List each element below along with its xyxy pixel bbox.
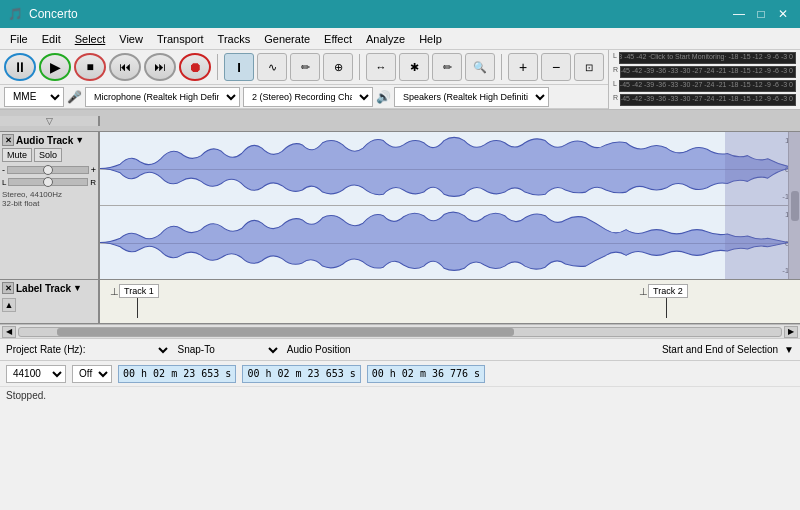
menu-file[interactable]: File	[4, 31, 34, 47]
snap-to-label-text: Snap-To	[177, 344, 214, 355]
audio-position-value: 00 h 02 m 23 653 s	[123, 368, 231, 379]
devicebar: MME 🎤 Microphone (Realtek High Defini 2 …	[0, 85, 608, 109]
selection-end-value: 00 h 02 m 36 776 s	[372, 368, 480, 379]
vol-plus: +	[91, 165, 96, 175]
record-button[interactable]: ⏺	[179, 53, 211, 81]
label-track-up-arrow[interactable]: ▲	[2, 298, 16, 312]
menubar: File Edit Select View Transport Tracks G…	[0, 28, 800, 50]
vol-minus: -	[2, 165, 5, 175]
waveform-top	[100, 132, 788, 205]
pan-l: L	[2, 178, 6, 187]
scroll-left-btn[interactable]: ◀	[2, 326, 16, 338]
label-marker-track1[interactable]: ⊥ Track 1	[110, 284, 159, 318]
menu-transport[interactable]: Transport	[151, 31, 210, 47]
menu-select[interactable]: Select	[69, 31, 112, 47]
draw2-tool-button[interactable]: ✏	[432, 53, 462, 81]
label-marker-track2[interactable]: ⊥ Track 2	[639, 284, 688, 318]
volume-slider[interactable]	[7, 166, 89, 174]
label-track-close[interactable]: ✕	[2, 282, 14, 294]
fit-button[interactable]: ⊡	[574, 53, 604, 81]
menu-effect[interactable]: Effect	[318, 31, 358, 47]
microphone-select[interactable]: Microphone (Realtek High Defini	[85, 87, 240, 107]
scroll-right-btn[interactable]: ▶	[784, 326, 798, 338]
label-track-title: Label Track	[16, 283, 71, 294]
app-icon: 🎵	[8, 7, 23, 21]
selection-label: Start and End of Selection	[662, 344, 778, 355]
menu-edit[interactable]: Edit	[36, 31, 67, 47]
zoom-tool-button[interactable]: ⊕	[323, 53, 353, 81]
audio-track-dropdown[interactable]: ▼	[75, 135, 84, 145]
snap-to-label	[91, 341, 171, 359]
waveform-bottom	[100, 206, 788, 279]
horizontal-scrollbar[interactable]: ◀ ▶	[0, 324, 800, 338]
selection-dropdown-icon[interactable]: ▼	[784, 344, 794, 355]
hscroll-thumb[interactable]	[57, 328, 514, 336]
label-text-track2: Track 2	[648, 284, 688, 298]
multi-tool-button[interactable]: ✱	[399, 53, 429, 81]
audio-track-wave[interactable]: 1.0 0.0 -1.0 1.0 0.0 -1.0	[100, 132, 800, 279]
audio-track-title: Audio Track	[16, 135, 73, 146]
label-text-track1: Track 1	[119, 284, 159, 298]
menu-analyze[interactable]: Analyze	[360, 31, 411, 47]
stop-button[interactable]: ■	[74, 53, 106, 81]
snap-to-empty	[221, 341, 281, 359]
solo-button[interactable]: Solo	[34, 148, 62, 162]
selection-start-display[interactable]: 00 h 02 m 23 653 s	[242, 365, 360, 383]
pan-slider[interactable]	[8, 178, 88, 186]
pause-button[interactable]: ⏸	[4, 53, 36, 81]
snap-to-select[interactable]: Off	[72, 365, 112, 383]
selection-end-display[interactable]: 00 h 02 m 36 776 s	[367, 365, 485, 383]
speaker-select[interactable]: Speakers (Realtek High Definiti	[394, 87, 549, 107]
separator3	[501, 54, 502, 80]
skip-start-button[interactable]: ⏮	[109, 53, 141, 81]
zoom-out-button[interactable]: −	[541, 53, 571, 81]
timeline-label: ▽	[46, 116, 53, 126]
separator	[217, 54, 218, 80]
audio-position-display[interactable]: 00 h 02 m 23 653 s	[118, 365, 236, 383]
timecodes-bar: 44100 Off 00 h 02 m 23 653 s 00 h 02 m 2…	[0, 360, 800, 386]
menu-view[interactable]: View	[113, 31, 149, 47]
playback-controls: ⏸ ▶ ■ ⏮ ⏭ ⏺ I ∿ ✏ ⊕ ↔ ✱ ✏ 🔍 + − ⊡	[0, 50, 608, 85]
selected-region-wave	[725, 132, 800, 279]
stopped-status: Stopped.	[0, 386, 800, 404]
menu-tracks[interactable]: Tracks	[212, 31, 257, 47]
selection-start-value: 00 h 02 m 23 653 s	[247, 368, 355, 379]
label-track-row: ✕ Label Track ▼ ▲ ⊥ Track 1 ⊥ Track 2	[0, 280, 800, 324]
separator2	[359, 54, 360, 80]
mute-button[interactable]: Mute	[2, 148, 32, 162]
zoom-in-button[interactable]: +	[508, 53, 538, 81]
menu-generate[interactable]: Generate	[258, 31, 316, 47]
label-track-dropdown[interactable]: ▼	[73, 283, 82, 293]
statusbar: Project Rate (Hz): Snap-To Audio Positio…	[0, 338, 800, 360]
timeshift-tool-button[interactable]: ↔	[366, 53, 396, 81]
pan-r: R	[90, 178, 96, 187]
audio-track-row: ✕ Audio Track ▼ Mute Solo - + L R	[0, 132, 800, 280]
project-rate-select[interactable]: 44100	[6, 365, 66, 383]
selection-tool-button[interactable]: I	[224, 53, 254, 81]
audio-position-label: Audio Position	[287, 344, 351, 355]
maximize-button[interactable]: □	[752, 5, 770, 23]
label-track-label-panel: ✕ Label Track ▼ ▲	[0, 280, 100, 323]
speaker-icon: 🔊	[376, 90, 391, 104]
titlebar: 🎵 Concerto — □ ✕	[0, 0, 800, 28]
project-rate-label: Project Rate (Hz):	[6, 344, 85, 355]
track-info: Stereo, 44100Hz32-bit float	[2, 190, 96, 208]
track-container: ✕ Audio Track ▼ Mute Solo - + L R	[0, 132, 800, 324]
audio-track-label: ✕ Audio Track ▼ Mute Solo - + L R	[0, 132, 100, 279]
app-title: Concerto	[29, 7, 78, 21]
audio-track-close[interactable]: ✕	[2, 134, 14, 146]
skip-end-button[interactable]: ⏭	[144, 53, 176, 81]
driver-select[interactable]: MME	[4, 87, 64, 107]
hscroll-track[interactable]	[18, 327, 782, 337]
mic-icon: 🎤	[67, 90, 82, 104]
envelope-tool-button[interactable]: ∿	[257, 53, 287, 81]
label-track-wave[interactable]: ⊥ Track 1 ⊥ Track 2	[100, 280, 800, 323]
timeline-ruler[interactable]: ▽ -15 0 15 30 45 1:00 1:15 1:30 1:45 2:0…	[0, 110, 800, 132]
menu-help[interactable]: Help	[413, 31, 448, 47]
play-button[interactable]: ▶	[39, 53, 71, 81]
draw-tool-button[interactable]: ✏	[290, 53, 320, 81]
zoom2-tool-button[interactable]: 🔍	[465, 53, 495, 81]
close-button[interactable]: ✕	[774, 5, 792, 23]
channels-select[interactable]: 2 (Stereo) Recording Channels	[243, 87, 373, 107]
minimize-button[interactable]: —	[730, 5, 748, 23]
